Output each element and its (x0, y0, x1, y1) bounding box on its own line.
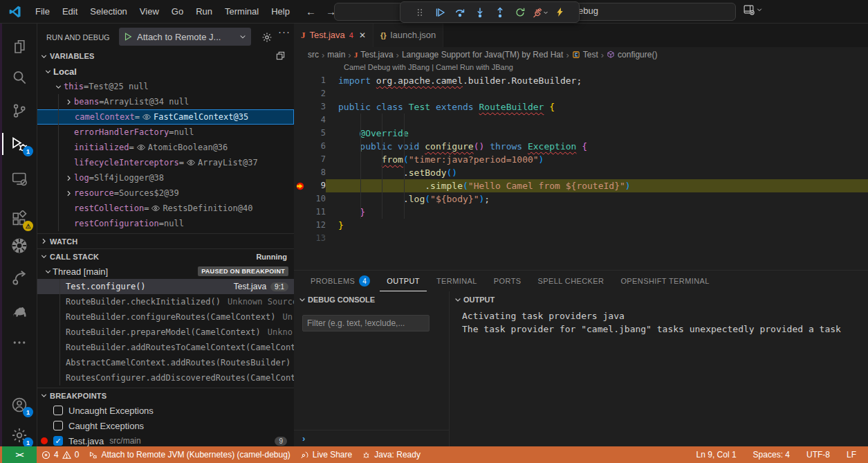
code-line[interactable]: 1import org.apache.camel.builder.RouteBu… (294, 74, 868, 87)
debug-start-icon[interactable] (123, 32, 133, 42)
breakpoint-checkbox[interactable] (53, 421, 63, 430)
menu-go[interactable]: Go (165, 4, 190, 19)
stack-frame[interactable]: RouteBuilder.configureRoutes(CamelContex… (37, 309, 294, 325)
activity-remote-explorer[interactable] (2, 165, 36, 192)
panel-tab-openshift-terminal[interactable]: OPENSHIFT TERMINAL (613, 271, 716, 291)
menu-file[interactable]: File (29, 4, 56, 19)
stack-frame[interactable]: RouteBuilder.checkInitialized()Unknown S… (37, 294, 294, 309)
go-back-icon[interactable]: ← (306, 6, 316, 17)
variable-row-local[interactable]: Local (37, 64, 294, 79)
activity-source-control[interactable] (2, 97, 36, 125)
breakpoint-row[interactable]: ✓Test.javasrc/main9 (37, 433, 294, 446)
collapse-all-icon[interactable] (275, 51, 286, 62)
menu-run[interactable]: Run (190, 4, 219, 19)
continue-icon[interactable] (430, 4, 450, 21)
gutter-breakpoint-zone[interactable] (294, 87, 308, 100)
breadcrumb-item[interactable]: src (308, 50, 319, 60)
activity-accounts[interactable]: 1 (2, 391, 36, 419)
breadcrumb-item[interactable]: main (327, 50, 345, 60)
status-indentation[interactable]: Spaces: 4 (748, 450, 795, 460)
gutter-breakpoint-zone[interactable] (294, 232, 308, 245)
status-debug-target[interactable]: Attach to Remote JVM (Kubernetes) (camel… (84, 450, 295, 460)
restart-icon[interactable] (510, 4, 530, 21)
lazy-eval-eye-icon[interactable] (151, 204, 160, 212)
activity-settings[interactable]: 1 (2, 421, 36, 449)
debug-console-input[interactable]: › (294, 430, 449, 446)
breakpoint-checkbox[interactable] (53, 406, 63, 415)
gutter-breakpoint-zone[interactable] (294, 179, 308, 192)
variable-row-this[interactable]: this = Test@25 null (37, 79, 294, 94)
code-line[interactable]: 13 (294, 232, 868, 245)
breadcrumb-item[interactable]: Language Support for Java(TM) by Red Hat (402, 50, 563, 60)
activity-extensions[interactable]: ⚠ (2, 205, 36, 233)
more-actions-icon[interactable]: ··· (278, 26, 290, 37)
step-over-icon[interactable] (450, 4, 470, 21)
code-line[interactable]: 9 .simple("Hello Camel from ${routeId}") (294, 179, 868, 192)
activity-search[interactable] (2, 64, 36, 91)
status-eol[interactable]: LF (842, 450, 861, 460)
gutter-breakpoint-zone[interactable] (294, 74, 308, 87)
breadcrumb-item[interactable]: JTest.java (354, 50, 394, 60)
variable-row-lifecycleinterceptors[interactable]: lifecycleInterceptors = ArrayList@37 (37, 155, 294, 170)
variable-row-beans[interactable]: beans = ArrayList@34 null (37, 94, 294, 109)
code-area[interactable]: 1import org.apache.camel.builder.RouteBu… (294, 74, 868, 245)
hot-code-replace-icon[interactable] (550, 4, 570, 21)
code-line[interactable]: 11 } (294, 206, 868, 219)
code-line[interactable]: 10 .log("${body}"); (294, 192, 868, 206)
status-encoding[interactable]: UTF-8 (802, 450, 835, 460)
panel-tab-problems[interactable]: PROBLEMS4 (304, 271, 377, 291)
code-line[interactable]: 12} (294, 219, 868, 232)
status-problems[interactable]: 40 (37, 450, 84, 460)
panel-tab-ports[interactable]: PORTS (487, 271, 528, 291)
drag-handle-icon[interactable] (409, 4, 430, 21)
code-line[interactable]: 4 (294, 114, 868, 127)
menu-view[interactable]: View (133, 4, 165, 19)
breakpoint-row[interactable]: Caught Exceptions (37, 418, 294, 433)
code-line[interactable]: 6 public void configure() throws Excepti… (294, 140, 868, 153)
variable-row-initialized[interactable]: initialized = AtomicBoolean@36 (37, 140, 294, 155)
panel-tab-terminal[interactable]: TERMINAL (430, 271, 484, 291)
gutter-breakpoint-zone[interactable] (294, 127, 308, 140)
status-live-share[interactable]: Live Share (295, 450, 357, 460)
output-log[interactable]: Activating task providers javaThe task p… (462, 309, 865, 336)
gutter-breakpoint-zone[interactable] (294, 192, 308, 206)
gutter-breakpoint-zone[interactable] (294, 140, 308, 153)
launch-config-dropdown[interactable]: Attach to Remote J... (119, 28, 251, 46)
activity-openshift[interactable] (2, 264, 36, 292)
codelens-actions[interactable]: Camel Debug with JBang | Camel Run with … (344, 63, 513, 71)
activity-more[interactable] (2, 329, 36, 356)
gutter-breakpoint-zone[interactable] (294, 166, 308, 179)
variable-row-restcollection[interactable]: restCollection = RestsDefinition@40 (37, 201, 294, 216)
lazy-eval-eye-icon[interactable] (136, 143, 146, 152)
status-java[interactable]: Java: Ready (357, 450, 425, 460)
gutter-breakpoint-zone[interactable] (294, 114, 308, 127)
gutter-breakpoint-zone[interactable] (294, 219, 308, 232)
variable-row-restconfiguration[interactable]: restConfiguration = null (37, 216, 294, 231)
step-into-icon[interactable] (470, 4, 490, 21)
breakpoint-row[interactable]: Uncaught Exceptions (37, 403, 294, 418)
breakpoints-section[interactable]: BREAKPOINTS (37, 388, 294, 403)
code-line[interactable]: 5 @Override (294, 127, 868, 140)
variable-row-errorhandlerfactory[interactable]: errorHandlerFactory = null (37, 125, 294, 140)
code-line[interactable]: 2 (294, 87, 868, 100)
activity-explorer[interactable] (2, 33, 36, 60)
menu-terminal[interactable]: Terminal (219, 4, 265, 19)
tab-test-java[interactable]: JTest.java4✕ (294, 23, 373, 47)
call-stack-section[interactable]: CALL STACKRunning (37, 248, 294, 264)
variables-section[interactable]: VARIABLES (37, 48, 294, 64)
watch-section[interactable]: WATCH (37, 233, 294, 248)
menu-selection[interactable]: Selection (84, 4, 133, 19)
close-icon[interactable]: ✕ (359, 30, 366, 40)
gutter-breakpoint-zone[interactable] (294, 100, 308, 114)
breakpoint-checkbox[interactable]: ✓ (53, 436, 63, 446)
variable-row-camelcontext[interactable]: camelContext = FastCamelContext@35 (37, 109, 294, 125)
customize-layout-button[interactable] (743, 3, 763, 15)
disconnect-icon[interactable] (530, 4, 550, 21)
lazy-eval-eye-icon[interactable] (142, 113, 151, 121)
stack-frame[interactable]: RouteBuilder.addRoutesToCamelContext(Cam… (37, 340, 294, 355)
code-line[interactable]: 7 from("timer:java?period=1000") (294, 153, 868, 166)
menu-help[interactable]: Help (265, 4, 296, 19)
variable-row-log[interactable]: log = Slf4jLogger@38 (37, 170, 294, 185)
breadcrumb-item[interactable]: configure() (607, 50, 657, 60)
lazy-eval-eye-icon[interactable] (186, 158, 196, 167)
